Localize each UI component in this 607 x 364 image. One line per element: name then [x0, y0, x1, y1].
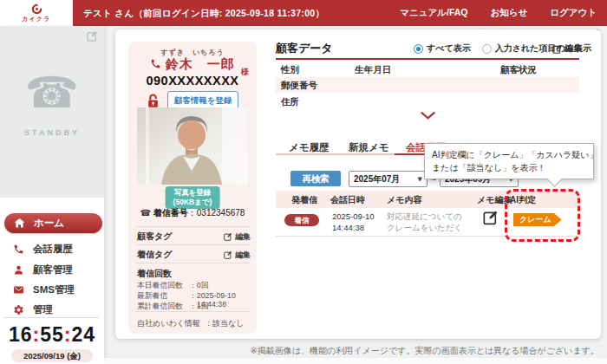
tab-new-memo[interactable]: 新規メモ [349, 141, 389, 154]
sidebar: ☎ STANDBY ホーム 会話履歴 顧客管理 [0, 26, 104, 364]
disclaimer-text: ※掲載画像は、機能の利用イメージです。実際の画面表示とは異なる場合がございます。 [250, 345, 599, 357]
row-stripe [276, 77, 579, 93]
date-badge: 2025/09/19 (金) [11, 349, 93, 362]
call-datetime-cell: 2025-09-10 14:44:38 [332, 211, 375, 233]
pencil-icon [224, 250, 232, 259]
standby-label: STANDBY [0, 128, 104, 137]
person-icon [13, 264, 24, 276]
app-logo[interactable]: カイクラ [0, 0, 73, 26]
re-search-button[interactable]: 再検索 [290, 171, 341, 186]
divider [135, 263, 250, 263]
nuisance-info-row: 自社めいわく情報：該当なし [137, 318, 244, 329]
ai-feature-tooltip: AI判定欄に「クレーム」「カスハラ疑い」 または「該当なし」を表示！ [424, 143, 594, 179]
sidebar-item-label: SMS管理 [33, 283, 75, 296]
caret-down-icon: ▼ [418, 176, 422, 183]
phone-icon [150, 58, 161, 69]
memo-edit-icon[interactable] [483, 210, 499, 225]
divider [135, 226, 250, 227]
upload-photo-button[interactable]: 写真を登録 (50KBまで) [166, 186, 220, 209]
incoming-number-value: 0312345678 [197, 208, 245, 218]
sidebar-divider [3, 317, 99, 318]
edit-customer-data-link[interactable]: 編集 [552, 42, 582, 55]
pencil-icon [552, 44, 562, 54]
mail-icon [13, 284, 24, 296]
pencil-icon [224, 232, 232, 241]
from-month-select[interactable]: 2025年07月▼ [349, 171, 428, 187]
customer-name-row: 鈴木 一郎 [128, 56, 257, 73]
edit-incoming-tag-link[interactable]: 編集 [224, 250, 251, 261]
logo-swirl-icon [31, 3, 42, 15]
main-card: すずき いちろう 鈴木 一郎 様 090XXXXXXXX 顧客情報を登録 [115, 29, 601, 339]
section-underline [276, 58, 579, 60]
sidebar-item-customer-management[interactable]: 顧客管理 [0, 260, 104, 280]
divider [135, 244, 250, 245]
customer-data-title: 顧客データ [276, 41, 333, 56]
standby-panel: ☎ STANDBY [0, 26, 104, 198]
incoming-number-row: ☎ 着信番号：0312345678 [128, 207, 257, 219]
memo-content-cell: 対応遅延についての クレームをいただく [387, 211, 462, 233]
gear-icon [13, 304, 24, 315]
sidebar-item-label: ホーム [34, 217, 64, 230]
top-nav: マニュアル/FAQ お知らせ ログアウト [400, 0, 597, 26]
field-birthday: 生年月日 [355, 64, 391, 76]
field-postal-code: 郵便番号 [281, 80, 317, 92]
phone-icon [13, 244, 24, 255]
logo-text: カイクラ [23, 16, 51, 23]
radio-show-all[interactable]: すべて表示 [414, 42, 471, 55]
ai-column-highlight [505, 189, 580, 242]
user-session-info: テスト さん（前回ログイン日時: 2025-09-18 11:37:00） [83, 0, 324, 26]
bottom-strip [104, 358, 607, 364]
customer-photo [137, 107, 248, 185]
sidebar-item-label: 管理 [33, 303, 53, 316]
popout-edit-icon[interactable] [87, 30, 98, 42]
customer-tag-row: 顧客タグ 編集 [137, 231, 251, 243]
link-news[interactable]: お知らせ [491, 7, 528, 19]
field-address: 住所 [281, 96, 299, 108]
home-icon [14, 218, 25, 229]
standby-phone-icon: ☎ [0, 71, 104, 114]
phone-icon: ☎ [140, 208, 151, 218]
sidebar-item-home[interactable]: ホーム [4, 213, 102, 233]
col-memo: メモ内容 [387, 194, 421, 206]
radio-icon [482, 44, 492, 54]
field-status: 顧客状況 [500, 64, 537, 76]
customer-phone-number: 090XXXXXXXX [128, 74, 257, 88]
edit-customer-tag-link[interactable]: 編集 [224, 231, 251, 243]
field-gender: 性別 [281, 64, 299, 76]
clock: 16:55:24 [0, 323, 104, 347]
tab-memo-history[interactable]: メモ履歴 [289, 141, 330, 154]
sidebar-item-label: 顧客管理 [33, 263, 73, 276]
call-counts-title: 着信回数 [137, 268, 172, 280]
sidebar-item-call-history[interactable]: 会話履歴 [0, 239, 104, 259]
sidebar-item-label: 会話履歴 [33, 243, 73, 256]
divider [135, 311, 250, 312]
sidebar-item-sms-management[interactable]: SMS管理 [0, 280, 104, 300]
col-direction: 発着信 [291, 194, 317, 206]
top-bar: カイクラ テスト さん（前回ログイン日時: 2025-09-18 11:37:0… [0, 0, 607, 26]
radio-icon [414, 44, 423, 54]
kaikura-app: カイクラ テスト さん（前回ログイン日時: 2025-09-18 11:37:0… [0, 0, 607, 364]
incoming-call-badge: 着信 [284, 214, 319, 226]
customer-name: 鈴木 一郎 [166, 56, 235, 71]
chevron-down-icon[interactable] [421, 112, 435, 120]
customer-panel: すずき いちろう 鈴木 一郎 様 090XXXXXXXX 顧客情報を登録 [128, 42, 257, 334]
call-count-row: 本日着信回数：0回 [137, 281, 251, 291]
link-logout[interactable]: ログアウト [550, 7, 597, 19]
link-manual-faq[interactable]: マニュアル/FAQ [400, 7, 467, 19]
incoming-tag-row: 着信タグ 編集 [137, 249, 251, 261]
col-datetime: 会話日時 [330, 194, 365, 206]
